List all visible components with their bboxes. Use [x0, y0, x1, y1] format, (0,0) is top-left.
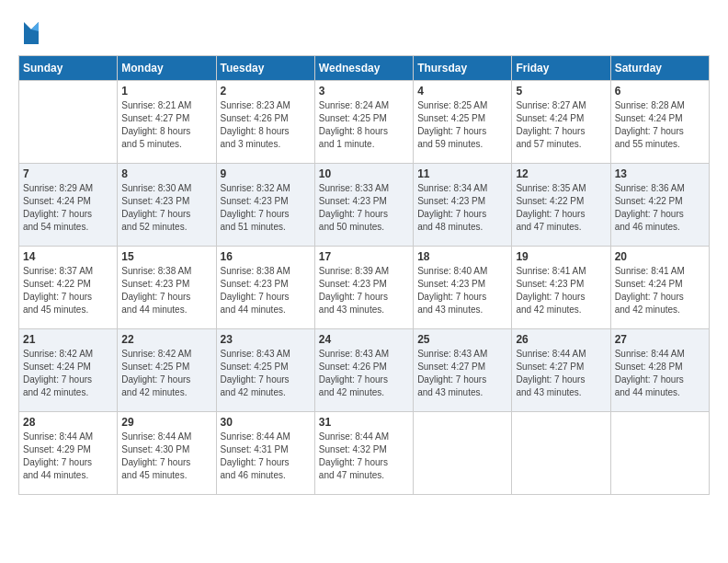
cell-info: Sunrise: 8:44 AM Sunset: 4:32 PM Dayligh…	[319, 431, 409, 482]
logo	[18, 18, 42, 46]
cell-info: Sunrise: 8:39 AM Sunset: 4:23 PM Dayligh…	[319, 265, 409, 316]
cell-info: Sunrise: 8:21 AM Sunset: 4:27 PM Dayligh…	[121, 99, 211, 151]
cell-info: Sunrise: 8:38 AM Sunset: 4:23 PM Dayligh…	[221, 265, 311, 316]
day-number: 21	[23, 333, 113, 346]
day-number: 12	[516, 167, 606, 180]
calendar-cell: 31Sunrise: 8:44 AM Sunset: 4:32 PM Dayli…	[314, 412, 413, 495]
weekday-header: Thursday	[414, 56, 512, 81]
calendar-cell: 12Sunrise: 8:35 AM Sunset: 4:22 PM Dayli…	[512, 164, 610, 247]
day-number: 29	[121, 416, 211, 429]
calendar-cell: 11Sunrise: 8:34 AM Sunset: 4:23 PM Dayli…	[414, 164, 512, 247]
day-number: 8	[121, 167, 211, 180]
weekday-header: Friday	[512, 56, 610, 81]
calendar-cell: 21Sunrise: 8:42 AM Sunset: 4:24 PM Dayli…	[19, 329, 118, 412]
day-number: 9	[221, 167, 311, 180]
day-number: 23	[221, 333, 311, 346]
calendar-cell: 25Sunrise: 8:43 AM Sunset: 4:27 PM Dayli…	[414, 329, 512, 412]
day-number: 15	[121, 250, 211, 263]
cell-info: Sunrise: 8:43 AM Sunset: 4:25 PM Dayligh…	[221, 348, 311, 399]
cell-info: Sunrise: 8:23 AM Sunset: 4:26 PM Dayligh…	[221, 99, 311, 151]
day-number: 3	[319, 85, 409, 98]
calendar-cell: 27Sunrise: 8:44 AM Sunset: 4:28 PM Dayli…	[610, 329, 709, 412]
calendar-cell: 23Sunrise: 8:43 AM Sunset: 4:25 PM Dayli…	[216, 329, 314, 412]
calendar-cell: 3Sunrise: 8:24 AM Sunset: 4:25 PM Daylig…	[314, 81, 413, 164]
cell-info: Sunrise: 8:42 AM Sunset: 4:25 PM Dayligh…	[121, 348, 211, 399]
cell-info: Sunrise: 8:36 AM Sunset: 4:22 PM Dayligh…	[615, 182, 705, 234]
calendar-cell: 19Sunrise: 8:41 AM Sunset: 4:23 PM Dayli…	[512, 247, 610, 329]
logo-icon	[20, 18, 42, 46]
calendar-week-row: 7Sunrise: 8:29 AM Sunset: 4:24 PM Daylig…	[19, 164, 710, 247]
cell-info: Sunrise: 8:35 AM Sunset: 4:22 PM Dayligh…	[516, 182, 606, 234]
weekday-header: Monday	[118, 56, 216, 81]
calendar-cell: 14Sunrise: 8:37 AM Sunset: 4:22 PM Dayli…	[19, 247, 118, 329]
calendar-cell: 10Sunrise: 8:33 AM Sunset: 4:23 PM Dayli…	[314, 164, 413, 247]
cell-info: Sunrise: 8:32 AM Sunset: 4:23 PM Dayligh…	[221, 182, 311, 234]
day-number: 6	[615, 85, 705, 98]
cell-info: Sunrise: 8:30 AM Sunset: 4:23 PM Dayligh…	[121, 182, 211, 234]
calendar-table: SundayMondayTuesdayWednesdayThursdayFrid…	[18, 55, 710, 495]
calendar-week-row: 14Sunrise: 8:37 AM Sunset: 4:22 PM Dayli…	[19, 247, 710, 329]
calendar-cell: 13Sunrise: 8:36 AM Sunset: 4:22 PM Dayli…	[610, 164, 709, 247]
day-number: 31	[319, 416, 409, 429]
weekday-header: Tuesday	[216, 56, 314, 81]
day-number: 24	[319, 333, 409, 346]
calendar-cell: 29Sunrise: 8:44 AM Sunset: 4:30 PM Dayli…	[118, 412, 216, 495]
weekday-header-row: SundayMondayTuesdayWednesdayThursdayFrid…	[19, 56, 710, 81]
calendar-cell	[610, 412, 709, 495]
day-number: 30	[221, 416, 311, 429]
weekday-header: Saturday	[610, 56, 709, 81]
calendar-cell: 18Sunrise: 8:40 AM Sunset: 4:23 PM Dayli…	[414, 247, 512, 329]
cell-info: Sunrise: 8:33 AM Sunset: 4:23 PM Dayligh…	[319, 182, 409, 234]
calendar-cell	[512, 412, 610, 495]
calendar-cell: 6Sunrise: 8:28 AM Sunset: 4:24 PM Daylig…	[610, 81, 709, 164]
day-number: 20	[615, 250, 705, 263]
cell-info: Sunrise: 8:40 AM Sunset: 4:23 PM Dayligh…	[417, 265, 507, 316]
calendar-week-row: 1Sunrise: 8:21 AM Sunset: 4:27 PM Daylig…	[19, 81, 710, 164]
day-number: 2	[221, 85, 311, 98]
cell-info: Sunrise: 8:29 AM Sunset: 4:24 PM Dayligh…	[23, 182, 113, 234]
calendar-cell: 26Sunrise: 8:44 AM Sunset: 4:27 PM Dayli…	[512, 329, 610, 412]
calendar-week-row: 21Sunrise: 8:42 AM Sunset: 4:24 PM Dayli…	[19, 329, 710, 412]
cell-info: Sunrise: 8:44 AM Sunset: 4:27 PM Dayligh…	[516, 348, 606, 399]
calendar-cell: 22Sunrise: 8:42 AM Sunset: 4:25 PM Dayli…	[118, 329, 216, 412]
calendar-cell: 8Sunrise: 8:30 AM Sunset: 4:23 PM Daylig…	[118, 164, 216, 247]
calendar-week-row: 28Sunrise: 8:44 AM Sunset: 4:29 PM Dayli…	[19, 412, 710, 495]
cell-info: Sunrise: 8:42 AM Sunset: 4:24 PM Dayligh…	[23, 348, 113, 399]
cell-info: Sunrise: 8:37 AM Sunset: 4:22 PM Dayligh…	[23, 265, 113, 316]
calendar-cell: 9Sunrise: 8:32 AM Sunset: 4:23 PM Daylig…	[216, 164, 314, 247]
calendar-cell: 28Sunrise: 8:44 AM Sunset: 4:29 PM Dayli…	[19, 412, 118, 495]
day-number: 18	[417, 250, 507, 263]
calendar-cell: 4Sunrise: 8:25 AM Sunset: 4:25 PM Daylig…	[414, 81, 512, 164]
calendar-cell	[414, 412, 512, 495]
cell-info: Sunrise: 8:28 AM Sunset: 4:24 PM Dayligh…	[615, 99, 705, 151]
cell-info: Sunrise: 8:41 AM Sunset: 4:24 PM Dayligh…	[615, 265, 705, 316]
cell-info: Sunrise: 8:27 AM Sunset: 4:24 PM Dayligh…	[516, 99, 606, 151]
calendar-cell: 7Sunrise: 8:29 AM Sunset: 4:24 PM Daylig…	[19, 164, 118, 247]
day-number: 7	[23, 167, 113, 180]
cell-info: Sunrise: 8:44 AM Sunset: 4:28 PM Dayligh…	[615, 348, 705, 399]
day-number: 14	[23, 250, 113, 263]
day-number: 4	[417, 85, 507, 98]
cell-info: Sunrise: 8:44 AM Sunset: 4:31 PM Dayligh…	[221, 431, 311, 482]
cell-info: Sunrise: 8:38 AM Sunset: 4:23 PM Dayligh…	[121, 265, 211, 316]
day-number: 10	[319, 167, 409, 180]
calendar-cell: 15Sunrise: 8:38 AM Sunset: 4:23 PM Dayli…	[118, 247, 216, 329]
cell-info: Sunrise: 8:34 AM Sunset: 4:23 PM Dayligh…	[417, 182, 507, 234]
day-number: 19	[516, 250, 606, 263]
day-number: 17	[319, 250, 409, 263]
cell-info: Sunrise: 8:43 AM Sunset: 4:26 PM Dayligh…	[319, 348, 409, 399]
calendar-cell	[19, 81, 118, 164]
cell-info: Sunrise: 8:43 AM Sunset: 4:27 PM Dayligh…	[417, 348, 507, 399]
cell-info: Sunrise: 8:41 AM Sunset: 4:23 PM Dayligh…	[516, 265, 606, 316]
day-number: 22	[121, 333, 211, 346]
calendar-cell: 2Sunrise: 8:23 AM Sunset: 4:26 PM Daylig…	[216, 81, 314, 164]
calendar-cell: 5Sunrise: 8:27 AM Sunset: 4:24 PM Daylig…	[512, 81, 610, 164]
calendar-cell: 1Sunrise: 8:21 AM Sunset: 4:27 PM Daylig…	[118, 81, 216, 164]
calendar-cell: 17Sunrise: 8:39 AM Sunset: 4:23 PM Dayli…	[314, 247, 413, 329]
weekday-header: Sunday	[19, 56, 118, 81]
day-number: 13	[615, 167, 705, 180]
day-number: 16	[221, 250, 311, 263]
day-number: 5	[516, 85, 606, 98]
calendar-cell: 30Sunrise: 8:44 AM Sunset: 4:31 PM Dayli…	[216, 412, 314, 495]
day-number: 11	[417, 167, 507, 180]
